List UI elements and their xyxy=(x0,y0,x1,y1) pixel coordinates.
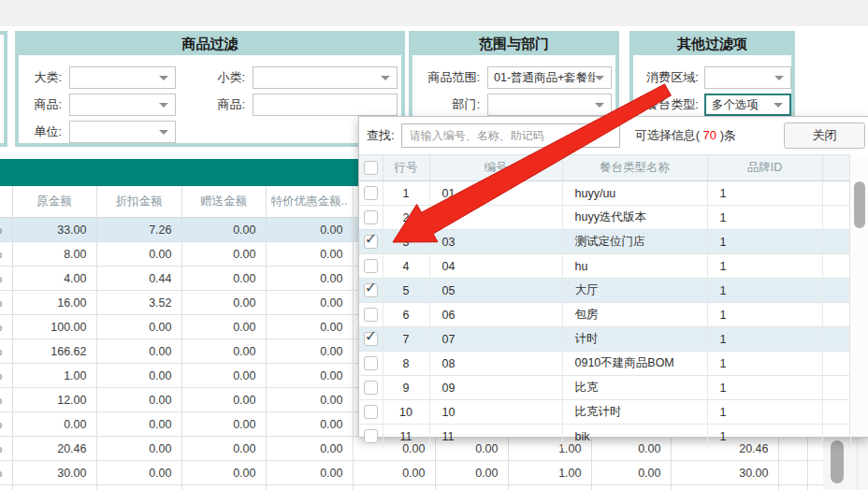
close-button[interactable]: 关闭 xyxy=(784,122,865,149)
major-category-select[interactable] xyxy=(69,66,176,89)
row-brand-id: 1 xyxy=(707,303,822,327)
unit-label: 单位: xyxy=(19,123,62,140)
row-checkbox[interactable] xyxy=(364,186,378,200)
row-number: 6 xyxy=(383,303,429,327)
row-code: 05 xyxy=(429,279,562,303)
row-name: 比克 xyxy=(562,376,707,400)
row-brand-id: 1 xyxy=(707,254,822,279)
clipped-cell-fragment: % xyxy=(0,418,2,431)
minor-category-label: 小类: xyxy=(202,69,245,86)
row-number: 9 xyxy=(383,376,429,400)
row-name: 测试定位门店 xyxy=(562,230,707,254)
row-checkbox[interactable] xyxy=(364,356,378,370)
chevron-down-icon xyxy=(595,76,604,80)
search-input[interactable] xyxy=(401,123,620,148)
row-checkbox[interactable] xyxy=(364,405,378,419)
picker-row[interactable]: 6 06 包房 1 xyxy=(359,303,850,327)
row-brand-id: 1 xyxy=(707,352,822,376)
row-number: 2 xyxy=(383,206,429,230)
row-checkbox[interactable] xyxy=(364,308,378,322)
row-code: 08 xyxy=(429,352,562,376)
unit-select[interactable] xyxy=(69,121,176,143)
department-label: 部门: xyxy=(412,96,480,113)
product-scope-label: 商品范围: xyxy=(412,69,480,86)
row-checkbox[interactable] xyxy=(364,283,378,297)
row-brand-id: 1 xyxy=(707,425,822,449)
row-number: 8 xyxy=(383,352,429,376)
row-number: 4 xyxy=(383,254,429,279)
select-all-checkbox[interactable] xyxy=(364,161,378,175)
search-label: 查找: xyxy=(367,127,395,144)
column-header: 行号 xyxy=(383,155,429,181)
table-type-select[interactable]: 多个选项 xyxy=(704,94,791,116)
picker-header-row: 行号 编号 餐台类型名称 品牌ID xyxy=(359,155,850,181)
major-category-label: 大类: xyxy=(19,69,62,86)
department-select[interactable] xyxy=(487,94,612,116)
row-code: 09 xyxy=(429,376,562,400)
picker-row[interactable]: 3 03 测试定位门店 1 xyxy=(359,230,850,254)
picker-row[interactable]: 7 07 计时 1 xyxy=(359,327,850,352)
table-row[interactable]: % 30.00 0.00 0.00 0.00 0.00 0.00 1.00 0.… xyxy=(0,461,825,485)
chevron-down-icon xyxy=(159,103,168,108)
panel-title: 商品过滤 xyxy=(19,35,401,55)
product-input-label: 商品: xyxy=(202,96,245,113)
row-brand-id: 1 xyxy=(707,279,822,303)
row-brand-id: 1 xyxy=(707,376,822,400)
product-label: 商品: xyxy=(19,96,62,113)
row-name: hu xyxy=(562,254,707,279)
minor-category-select[interactable] xyxy=(253,66,398,89)
row-name: 0910不建商品BOM xyxy=(562,352,707,376)
popup-header: 查找: 可选择信息( 70 )条 关闭 xyxy=(359,117,868,154)
chevron-down-icon xyxy=(774,103,783,108)
app-window: 商品过滤 大类: 小类: 商品: 商品: 单位: 范围与部门 商 xyxy=(0,0,868,490)
row-checkbox[interactable] xyxy=(364,259,378,273)
row-name: 计时 xyxy=(562,327,707,352)
product-input[interactable] xyxy=(253,94,398,116)
row-code: 11 xyxy=(429,425,562,449)
row-code: 06 xyxy=(429,303,562,327)
row-name: 比克计时 xyxy=(562,400,707,425)
column-header: 原金额 xyxy=(12,186,96,218)
product-select[interactable] xyxy=(69,94,176,116)
row-code: 10 xyxy=(429,400,562,425)
product-scope-select[interactable]: 01-普通商品+套餐组 xyxy=(487,66,612,89)
chevron-down-icon xyxy=(159,76,168,80)
row-checkbox[interactable] xyxy=(364,235,378,249)
popup-vertical-scrollbar[interactable] xyxy=(849,154,868,437)
row-checkbox[interactable] xyxy=(364,429,378,443)
picker-row[interactable]: 5 05 大厅 1 xyxy=(359,279,850,303)
row-code: 02 xyxy=(429,206,562,230)
panel-product-filter: 商品过滤 大类: 小类: 商品: 商品: 单位: xyxy=(15,31,405,147)
row-brand-id: 1 xyxy=(707,400,822,425)
table-row[interactable]: % 50.00 0.00 0.00 0.00 0.00 0.00 1.00 0.… xyxy=(0,485,825,490)
picker-row[interactable]: 4 04 hu 1 xyxy=(359,254,850,279)
count-value: 70 xyxy=(703,128,716,142)
column-header: 品牌ID xyxy=(707,155,822,181)
picker-row[interactable]: 1 01 huyy/uu 1 xyxy=(359,181,850,206)
popup-scrollbar-thumb[interactable] xyxy=(854,181,865,228)
clipped-cell-fragment: % xyxy=(0,442,2,455)
row-checkbox[interactable] xyxy=(364,210,378,224)
picker-row[interactable]: 10 10 比克计时 1 xyxy=(359,400,850,425)
row-number: 5 xyxy=(383,279,429,303)
consume-area-select[interactable] xyxy=(704,66,791,89)
panel-title: 其他过滤项 xyxy=(633,35,791,55)
chevron-down-icon xyxy=(595,103,604,108)
row-code: 07 xyxy=(429,327,562,352)
picker-row[interactable]: 9 09 比克 1 xyxy=(359,376,850,400)
picker-row[interactable]: 8 08 0910不建商品BOM 1 xyxy=(359,352,850,376)
picker-row[interactable]: 2 02 huyy迭代版本 1 xyxy=(359,206,850,230)
row-checkbox[interactable] xyxy=(364,381,378,395)
column-header xyxy=(822,155,850,181)
column-header: 折扣金额 xyxy=(96,186,181,218)
clipped-cell-fragment: % xyxy=(0,369,2,382)
row-number: 1 xyxy=(383,181,429,206)
picker-row[interactable]: 11 11 bik 1 xyxy=(359,425,850,449)
row-checkbox[interactable] xyxy=(364,332,378,346)
clipped-cell-fragment: % xyxy=(0,345,2,358)
chevron-down-icon xyxy=(774,76,784,80)
row-number: 3 xyxy=(383,230,429,254)
column-header: 餐台类型名称 xyxy=(562,155,707,181)
row-number: 7 xyxy=(383,327,429,352)
clipped-cell-fragment: % xyxy=(0,296,2,310)
